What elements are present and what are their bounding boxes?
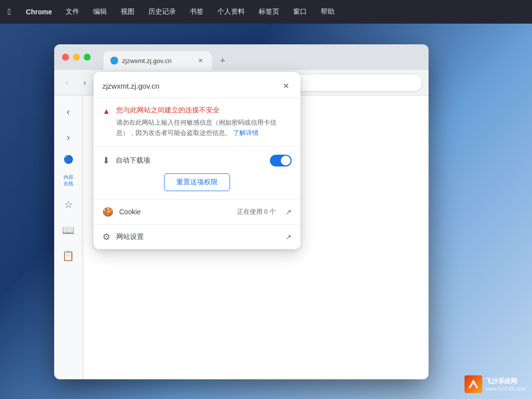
reading-list-icon[interactable]: 📖: [61, 222, 76, 238]
forward-icon: ›: [83, 78, 86, 87]
warning-title: 您与此网站之间建立的连接不安全: [116, 106, 292, 115]
browser-left-nav: ‹ › 🔵 内容在线 ☆ 📖 📋: [54, 96, 83, 379]
menu-chrome[interactable]: Chrome: [24, 7, 54, 17]
popup-header: zjzwxmt.zj.gov.cn ✕: [94, 72, 300, 98]
online-badge: 🔵: [64, 155, 73, 164]
apple-icon: : [8, 7, 11, 17]
browser-tab[interactable]: 🌐 zjzwxmt.zj.gov.cn ✕: [103, 51, 212, 70]
download-icon: ⬇: [102, 155, 110, 166]
site-settings-label: 网站设置: [116, 233, 276, 241]
cookie-section[interactable]: 🍪 Cookie 正在使用 0 个 ↗: [94, 200, 300, 225]
tab-title: zjzwxmt.zj.gov.cn: [122, 57, 192, 65]
security-warning-section: ▲ 您与此网站之间建立的连接不安全 请勿在此网站上输入任何敏感信息（例如密码或信…: [94, 98, 300, 147]
back-button[interactable]: ‹: [60, 76, 74, 90]
menu-window[interactable]: 窗口: [291, 6, 309, 17]
watermark-text: 飞沙系统网 www.fs0745.com: [485, 377, 526, 392]
popup-close-button[interactable]: ✕: [280, 80, 292, 92]
menu-history[interactable]: 历史记录: [146, 6, 178, 17]
forward-button[interactable]: ›: [78, 76, 92, 90]
popup-title: zjzwxmt.zj.gov.cn: [102, 82, 160, 90]
menu-view[interactable]: 视图: [119, 6, 136, 17]
new-tab-button[interactable]: +: [216, 54, 230, 67]
settings-external-link-icon[interactable]: ↗: [286, 233, 292, 241]
menu-file[interactable]: 文件: [64, 6, 81, 17]
online-label: 内容在线: [64, 174, 73, 187]
security-popup: zjzwxmt.zj.gov.cn ✕ ▲ 您与此网站之间建立的连接不安全 请勿…: [94, 72, 300, 249]
cookie-icon: 🍪: [102, 206, 113, 217]
warning-triangle-icon: ▲: [102, 107, 110, 116]
download-label: 自动下载项: [116, 156, 264, 165]
nav-forward-icon[interactable]: ›: [61, 129, 76, 145]
reset-permissions-button[interactable]: 重置这项权限: [164, 173, 230, 191]
tab-favicon: 🌐: [110, 57, 118, 65]
site-settings-section[interactable]: ⚙ 网站设置 ↗: [94, 225, 300, 249]
back-icon: ‹: [66, 78, 68, 87]
tab-close-button[interactable]: ✕: [196, 56, 205, 65]
notes-icon[interactable]: 📋: [61, 248, 76, 264]
cookie-external-link-icon[interactable]: ↗: [286, 208, 292, 216]
traffic-lights: [62, 54, 91, 61]
toggle-knob: [281, 156, 291, 166]
minimize-button[interactable]: [73, 54, 80, 61]
menu-tabs[interactable]: 标签页: [257, 6, 281, 17]
menu-edit[interactable]: 编辑: [91, 6, 109, 17]
menu-bookmarks[interactable]: 书签: [188, 6, 205, 17]
menu-help[interactable]: 帮助: [319, 6, 336, 17]
learn-more-link[interactable]: 了解详情: [233, 129, 259, 136]
chrome-titlebar: 🌐 zjzwxmt.zj.gov.cn ✕ +: [54, 44, 429, 70]
download-section: ⬇ 自动下载项 重置这项权限: [94, 147, 300, 200]
watermark-logo: [465, 375, 482, 393]
mac-menubar:  Chrome 文件 编辑 视图 历史记录 书签 个人资料 标签页 窗口 帮助: [0, 0, 532, 24]
auto-download-toggle[interactable]: [270, 155, 292, 166]
maximize-button[interactable]: [84, 54, 91, 61]
cookie-status: 正在使用 0 个: [237, 207, 276, 216]
watermark: 飞沙系统网 www.fs0745.com: [465, 375, 526, 393]
chrome-window: 🌐 zjzwxmt.zj.gov.cn ✕ + ‹ › ↻ ▲ 不安全 zjzw…: [54, 44, 429, 379]
warning-description: 请勿在此网站上输入任何敏感信息（例如密码或信用卡信息），因为攻击者可能会盗取这些…: [116, 118, 292, 138]
settings-icon: ⚙: [102, 232, 110, 242]
close-button[interactable]: [62, 54, 69, 61]
cookie-label: Cookie: [119, 208, 231, 216]
download-row: ⬇ 自动下载项: [102, 155, 292, 166]
nav-back-icon[interactable]: ‹: [61, 103, 76, 119]
warning-content: 您与此网站之间建立的连接不安全 请勿在此网站上输入任何敏感信息（例如密码或信用卡…: [116, 106, 292, 138]
warning-row: ▲ 您与此网站之间建立的连接不安全 请勿在此网站上输入任何敏感信息（例如密码或信…: [102, 106, 292, 138]
bookmark-icon[interactable]: ☆: [61, 197, 76, 212]
menu-profile[interactable]: 个人资料: [215, 6, 247, 17]
